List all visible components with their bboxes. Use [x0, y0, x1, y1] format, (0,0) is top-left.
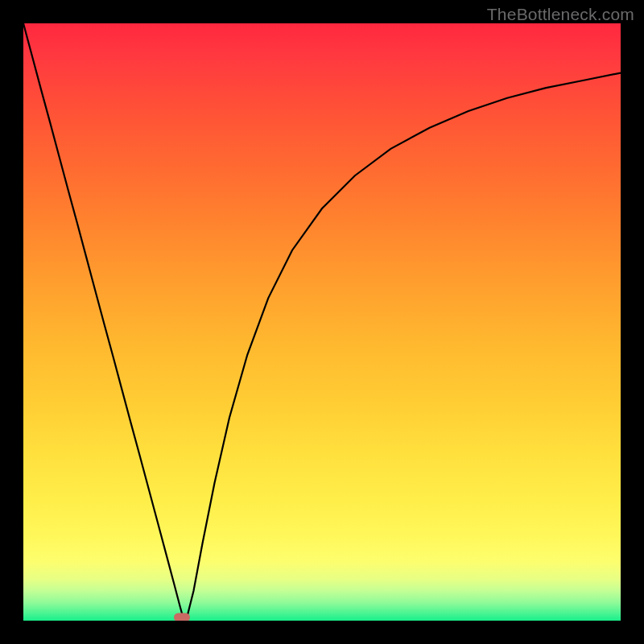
chart-canvas: TheBottleneck.com: [0, 0, 644, 644]
plot-area: [23, 23, 621, 621]
watermark-text: TheBottleneck.com: [487, 5, 634, 24]
bottleneck-curve: [23, 23, 621, 619]
curve-svg: [23, 23, 621, 621]
optimum-marker: [174, 613, 190, 621]
